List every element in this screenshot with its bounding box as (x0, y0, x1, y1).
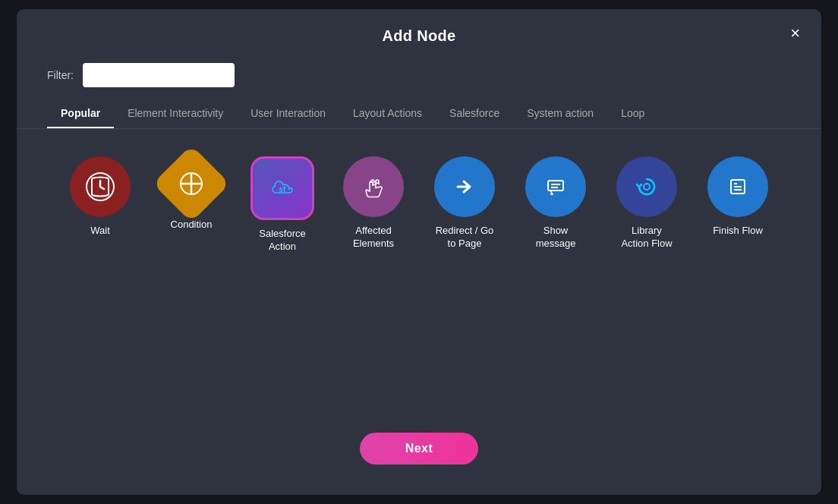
wait-label: Wait (90, 225, 110, 238)
condition-icon (175, 168, 207, 200)
show-message-icon-wrap (525, 156, 586, 217)
tabs-row: Popular Element Interactivity User Inter… (17, 99, 821, 129)
show-message-label: Showmessage (536, 225, 576, 250)
node-condition[interactable]: Condition (153, 156, 229, 393)
redirect-icon-wrap (434, 156, 495, 217)
salesforce-action-icon-wrap: sf (250, 156, 314, 220)
svg-text:sf: sf (279, 185, 287, 194)
node-library-action-flow[interactable]: LibraryAction Flow (609, 156, 685, 393)
node-finish-flow[interactable]: Finish Flow (700, 156, 776, 393)
add-node-modal: Add Node × Filter: Popular Element Inter… (17, 9, 821, 495)
next-button[interactable]: Next (360, 433, 479, 465)
affected-elements-label: AffectedElements (353, 225, 394, 250)
show-message-icon (540, 171, 572, 203)
redirect-icon (449, 171, 480, 203)
modal-overlay: Add Node × Filter: Popular Element Inter… (0, 0, 838, 504)
modal-footer: Next (17, 421, 821, 472)
tab-salesforce[interactable]: Salesforce (436, 99, 513, 128)
filter-label: Filter: (47, 69, 74, 81)
finish-flow-icon (722, 171, 754, 203)
filter-input[interactable] (83, 63, 235, 87)
tab-popular[interactable]: Popular (47, 99, 114, 128)
affected-elements-icon-wrap (343, 156, 404, 217)
tab-system-action[interactable]: System action (513, 99, 607, 128)
wait-icon-wrap (70, 156, 131, 217)
wait-icon (84, 171, 116, 203)
salesforce-action-icon: sf (266, 172, 298, 204)
library-action-flow-icon-wrap (616, 156, 677, 217)
modal-title: Add Node (383, 27, 456, 45)
filter-row: Filter: (17, 57, 821, 99)
close-button[interactable]: × (784, 22, 806, 45)
node-salesforce-action[interactable]: sf SalesforceAction (244, 156, 320, 393)
affected-elements-icon (358, 171, 389, 203)
library-action-flow-label: LibraryAction Flow (621, 225, 672, 250)
modal-header: Add Node × (17, 9, 821, 57)
node-wait[interactable]: Wait (62, 156, 138, 393)
svg-point-12 (633, 173, 660, 200)
condition-label: Condition (171, 219, 213, 232)
library-action-flow-icon (631, 171, 663, 203)
finish-flow-icon-wrap (707, 156, 768, 217)
condition-icon-wrap (153, 145, 230, 222)
tab-layout-actions[interactable]: Layout Actions (339, 99, 436, 128)
finish-flow-label: Finish Flow (713, 225, 763, 238)
redirect-label: Redirect / Goto Page (436, 225, 494, 250)
tab-user-interaction[interactable]: User Interaction (237, 99, 339, 128)
node-affected-elements[interactable]: AffectedElements (336, 156, 411, 393)
node-redirect[interactable]: Redirect / Goto Page (427, 156, 502, 393)
node-show-message[interactable]: Showmessage (518, 156, 594, 393)
nodes-grid: Wait Condition (17, 129, 821, 421)
tab-element-interactivity[interactable]: Element Interactivity (114, 99, 237, 128)
salesforce-action-label: SalesforceAction (259, 228, 305, 254)
tab-loop[interactable]: Loop (607, 99, 658, 128)
